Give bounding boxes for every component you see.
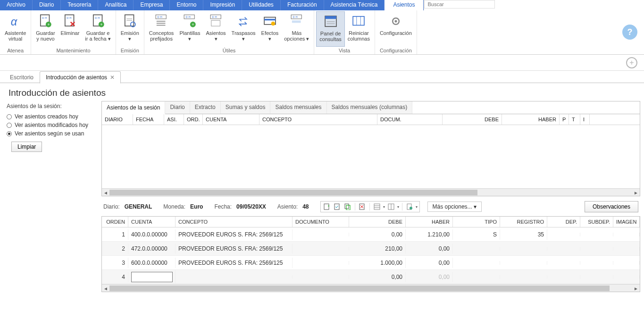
- menu-diario[interactable]: Diario: [33, 0, 61, 10]
- subtab[interactable]: Extracto: [190, 101, 221, 114]
- scroll-thumb[interactable]: [109, 286, 610, 291]
- cell-debe[interactable]: 0,00: [349, 272, 406, 282]
- cell-orden[interactable]: 1: [102, 229, 128, 240]
- cell-concepto[interactable]: PROVEEDOR EUROS S. FRA: 2569/125: [176, 229, 293, 240]
- menu-entorno[interactable]: Entorno: [170, 0, 203, 10]
- col-header[interactable]: CONCEPTO: [259, 114, 377, 125]
- cuenta-input[interactable]: [131, 272, 173, 282]
- cell-concepto[interactable]: [176, 275, 293, 279]
- mas-opciones-button[interactable]: D HMás opciones ▾: [281, 11, 312, 47]
- col-header[interactable]: DEBE: [443, 114, 502, 125]
- cell-tipo[interactable]: S: [453, 229, 500, 240]
- col-header[interactable]: DEBE: [349, 217, 406, 227]
- scroll-thumb[interactable]: [109, 190, 477, 195]
- cell-documento[interactable]: [293, 247, 349, 251]
- col-header[interactable]: CONCEPTO: [176, 217, 293, 227]
- conceptos-prefijados-button[interactable]: D HConceptos prefijados: [146, 11, 177, 47]
- tool-new-icon[interactable]: +: [323, 202, 331, 211]
- cell-registro[interactable]: [500, 247, 547, 251]
- workspace-tab[interactable]: Escritorio: [4, 71, 40, 83]
- cell-imagen[interactable]: [613, 275, 640, 279]
- col-header[interactable]: HABER: [406, 217, 453, 227]
- help-icon[interactable]: ?: [622, 25, 637, 40]
- emision-button[interactable]: Emisión ▾: [118, 11, 142, 47]
- table-row[interactable]: 3600.0.0.00000PROVEEDOR EUROS S. FRA: 25…: [102, 256, 640, 270]
- add-button[interactable]: +: [626, 57, 637, 68]
- cell-debe[interactable]: 1.000,00: [349, 258, 406, 268]
- col-header[interactable]: T: [569, 114, 580, 125]
- col-header[interactable]: CUENTA: [128, 217, 176, 227]
- cell-haber[interactable]: 0,00: [406, 244, 453, 254]
- col-header[interactable]: HABER: [502, 114, 560, 125]
- col-header[interactable]: DIARIO: [102, 114, 133, 125]
- observaciones-button[interactable]: Observaciones: [585, 201, 638, 212]
- cell-subdep[interactable]: [580, 247, 613, 251]
- entry-grid-hscroll[interactable]: ◄ ►: [102, 284, 640, 292]
- menu-asientos[interactable]: Asientos: [385, 0, 424, 10]
- cell-subdep[interactable]: [580, 275, 613, 279]
- cell-tipo[interactable]: [453, 261, 500, 265]
- guardar-nuevo-button[interactable]: D H+Guardar y nuevo: [33, 11, 58, 47]
- cell-registro[interactable]: [500, 261, 547, 265]
- cell-orden[interactable]: 2: [102, 244, 128, 254]
- asistente-virtual-button[interactable]: αAsistente virtual: [2, 11, 29, 47]
- cell-subdep[interactable]: [580, 233, 613, 236]
- cell-haber[interactable]: 0,00: [406, 258, 453, 268]
- col-header[interactable]: DOCUMENTO: [293, 217, 349, 227]
- cell-documento[interactable]: [293, 233, 349, 236]
- col-header[interactable]: SUBDEP.: [580, 217, 613, 227]
- cell-dep[interactable]: [547, 261, 580, 265]
- col-header[interactable]: P: [560, 114, 569, 125]
- cell-haber[interactable]: 0,00: [406, 272, 453, 282]
- tool-save-icon[interactable]: [333, 202, 342, 211]
- traspasos-button[interactable]: Traspasos ▾: [229, 11, 259, 47]
- menu-asistencia técnica[interactable]: Asistencia Técnica: [324, 0, 385, 10]
- col-header[interactable]: DEP.: [547, 217, 580, 227]
- configuracion-button[interactable]: Configuración: [377, 11, 415, 47]
- scroll-left-icon[interactable]: ◄: [102, 189, 109, 196]
- panel-consultas-button[interactable]: Panel de consultas: [316, 11, 344, 47]
- guardar-ir-fecha-button[interactable]: D H+Guardar e ir a fecha ▾: [82, 11, 113, 47]
- radio-option[interactable]: Ver asientos creados hoy: [7, 113, 94, 120]
- col-header[interactable]: CUENTA: [203, 114, 259, 125]
- cell-orden[interactable]: 4: [102, 272, 128, 282]
- col-header[interactable]: I: [580, 114, 590, 125]
- table-row[interactable]: 1400.0.0.00000PROVEEDOR EUROS S. FRA: 25…: [102, 227, 640, 242]
- scroll-left-icon[interactable]: ◄: [102, 285, 109, 292]
- cell-debe[interactable]: 210,00: [349, 244, 406, 254]
- menu-tesorería[interactable]: Tesorería: [61, 0, 98, 10]
- radio-option[interactable]: Ver asientos modificados hoy: [7, 122, 94, 128]
- cell-cuenta[interactable]: 472.0.0.00000: [128, 244, 176, 254]
- cell-documento[interactable]: [293, 275, 349, 279]
- close-icon[interactable]: ✕: [110, 74, 115, 81]
- cell-imagen[interactable]: [613, 261, 640, 265]
- cell-dep[interactable]: [547, 233, 580, 236]
- reiniciar-columnas-button[interactable]: Reiniciar columnas: [345, 11, 373, 47]
- cell-concepto[interactable]: PROVEEDOR EUROS S. FRA: 2569/125: [176, 258, 293, 268]
- cell-cuenta[interactable]: 600.0.0.00000: [128, 258, 176, 268]
- col-header[interactable]: TIPO: [453, 217, 500, 227]
- col-header[interactable]: ASI.: [164, 114, 184, 125]
- cell-tipo[interactable]: [453, 275, 500, 279]
- menu-analítica[interactable]: Analítica: [98, 0, 134, 10]
- col-header[interactable]: REGISTRO: [500, 217, 547, 227]
- cell-tipo[interactable]: [453, 247, 500, 251]
- session-grid-hscroll[interactable]: ◄ ►: [102, 188, 640, 196]
- menu-archivo[interactable]: Archivo: [0, 0, 33, 10]
- scroll-right-icon[interactable]: ►: [632, 285, 640, 292]
- cell-documento[interactable]: [293, 261, 349, 265]
- tool-delete-icon[interactable]: [358, 202, 367, 211]
- subtab[interactable]: Saldos mensuales (columnas): [327, 101, 413, 114]
- col-header[interactable]: FECHA: [133, 114, 164, 125]
- scroll-right-icon[interactable]: ►: [632, 189, 640, 196]
- cell-imagen[interactable]: [613, 233, 640, 236]
- col-header[interactable]: ORD.: [184, 114, 203, 125]
- cell-haber[interactable]: 1.210,00: [406, 229, 453, 240]
- cell-dep[interactable]: [547, 275, 580, 279]
- cell-imagen[interactable]: [613, 247, 640, 251]
- col-header[interactable]: DOCUM.: [377, 114, 443, 125]
- tool-grid-a-icon[interactable]: [373, 202, 381, 211]
- eliminar-button[interactable]: D HEliminar: [58, 11, 83, 47]
- table-row[interactable]: 2472.0.0.00000PROVEEDOR EUROS S. FRA: 25…: [102, 242, 640, 256]
- cell-cuenta[interactable]: [128, 270, 176, 284]
